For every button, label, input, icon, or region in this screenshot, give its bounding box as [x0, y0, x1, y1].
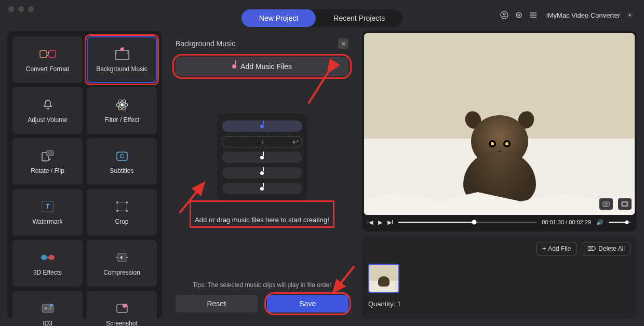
dot-max[interactable] — [28, 6, 34, 12]
tips-text: Tips: The selected music clips will play… — [176, 281, 348, 289]
video-preview: I◀ ▶ ▶I 00:01:30 / 00:02:29 🔊 — [362, 31, 637, 232]
tool-compression[interactable]: Compression — [87, 240, 157, 287]
compress-icon — [114, 250, 130, 265]
rotate-icon — [39, 148, 56, 163]
tool-label: Compression — [103, 269, 140, 276]
music-icon — [114, 47, 130, 61]
screenshot-button[interactable] — [599, 198, 613, 210]
svg-point-16 — [120, 103, 124, 106]
add-btn-label: Add Music Files — [240, 62, 292, 71]
svg-text:C: C — [120, 153, 124, 159]
svg-point-26 — [116, 201, 118, 203]
quantity-label: Quantity: 1 — [368, 300, 401, 308]
tab-recent-projects[interactable]: Recent Projects — [316, 9, 403, 27]
svg-point-31 — [48, 255, 55, 260]
svg-point-2 — [516, 12, 521, 18]
player-controls: I◀ ▶ ▶I 00:01:30 / 00:02:29 🔊 — [362, 217, 637, 232]
reset-button[interactable]: Reset — [176, 295, 258, 313]
top-right-controls: iMyMac Video Converter — [500, 10, 635, 20]
tool-sidebar: Convert Format Background Music Adjust V… — [7, 31, 162, 319]
video-thumbnail[interactable] — [368, 264, 399, 293]
prev-button[interactable]: I◀ — [367, 219, 373, 226]
chevron-icon[interactable] — [625, 10, 635, 20]
atom-icon — [114, 98, 130, 112]
svg-rect-6 — [48, 50, 55, 57]
screenshot-icon — [114, 301, 130, 316]
save-button[interactable]: Save — [267, 295, 349, 313]
svg-point-34 — [44, 307, 47, 310]
svg-rect-5 — [39, 50, 46, 57]
panel-title: Background Music — [176, 39, 235, 48]
id3-icon — [39, 301, 56, 316]
note-icon — [260, 156, 264, 159]
menu-icon[interactable] — [529, 10, 538, 20]
bell-icon — [39, 98, 56, 112]
svg-point-28 — [116, 210, 118, 212]
subtitles-icon: C — [114, 148, 130, 163]
dot-min[interactable] — [18, 6, 24, 12]
window-controls[interactable] — [8, 6, 34, 12]
music-slot[interactable] — [222, 183, 302, 194]
music-slot[interactable] — [222, 120, 302, 132]
delete-all-button[interactable]: ⌦Delete All — [582, 242, 630, 255]
svg-point-27 — [126, 201, 128, 203]
progress-bar[interactable] — [398, 222, 536, 223]
note-icon — [260, 125, 264, 128]
tool-crop[interactable]: Crop — [87, 189, 157, 236]
svg-rect-41 — [623, 202, 627, 206]
music-slot[interactable] — [222, 152, 302, 163]
svg-point-30 — [41, 255, 47, 260]
tool-watermark[interactable]: T Watermark — [12, 189, 83, 236]
crop-icon — [114, 199, 130, 214]
account-icon[interactable] — [500, 10, 509, 20]
next-button[interactable]: ▶I — [387, 219, 393, 226]
glasses-icon — [39, 250, 56, 265]
gear-icon[interactable] — [514, 10, 524, 20]
plus-icon: + — [260, 138, 264, 146]
svg-point-11 — [127, 53, 128, 54]
svg-point-37 — [123, 304, 127, 308]
tab-new-project[interactable]: New Project — [242, 9, 316, 27]
note-icon — [260, 187, 264, 191]
tool-label: Convert Format — [26, 65, 69, 73]
music-note-icon — [232, 64, 236, 69]
tool-id3[interactable]: ID3 — [12, 291, 83, 326]
play-button[interactable]: ▶ — [378, 219, 382, 226]
close-button[interactable]: ✕ — [338, 38, 348, 49]
app-name: iMyMac Video Converter — [546, 11, 620, 19]
svg-point-3 — [518, 14, 520, 16]
dot-close[interactable] — [8, 6, 14, 12]
fullscreen-button[interactable] — [618, 198, 632, 210]
tool-label: Crop — [115, 218, 128, 225]
svg-point-8 — [116, 50, 117, 51]
volume-icon[interactable]: 🔊 — [596, 219, 603, 226]
music-slot[interactable] — [222, 167, 302, 179]
svg-point-29 — [126, 210, 128, 212]
music-slot-add[interactable]: +↩ — [222, 136, 302, 147]
tool-screenshot[interactable]: Screenshot — [87, 291, 157, 326]
svg-rect-25 — [117, 202, 127, 211]
tool-label: Background Music — [96, 65, 147, 73]
top-tab-bar: New Project Recent Projects — [242, 9, 403, 27]
file-queue: +Add File ⌦Delete All Quantity: 1 — [362, 237, 637, 319]
tool-convert-format[interactable]: Convert Format — [12, 36, 83, 83]
music-drop-box[interactable]: +↩ — [217, 113, 307, 201]
tool-label: 3D Effects — [33, 269, 62, 276]
volume-slider[interactable] — [609, 222, 632, 223]
tool-background-music[interactable]: Background Music — [87, 36, 157, 83]
add-file-button[interactable]: +Add File — [536, 242, 576, 255]
watermark-icon: T — [39, 199, 56, 214]
tool-filter-effect[interactable]: Filter / Effect — [87, 87, 157, 134]
tool-label: Watermark — [32, 218, 62, 225]
video-frame[interactable] — [364, 33, 635, 215]
tool-rotate-flip[interactable]: Rotate / Flip — [12, 138, 83, 185]
add-music-files-button[interactable]: Add Music Files — [176, 57, 348, 76]
tool-subtitles[interactable]: C Subtitles — [87, 138, 157, 185]
tool-3d-effects[interactable]: 3D Effects — [12, 240, 83, 287]
tool-label: Rotate / Flip — [31, 167, 64, 174]
tool-adjust-volume[interactable]: Adjust Volume — [12, 87, 83, 134]
svg-point-21 — [117, 152, 118, 153]
svg-point-9 — [116, 53, 117, 54]
tool-label: Subtitles — [110, 167, 133, 174]
svg-point-10 — [127, 50, 128, 51]
